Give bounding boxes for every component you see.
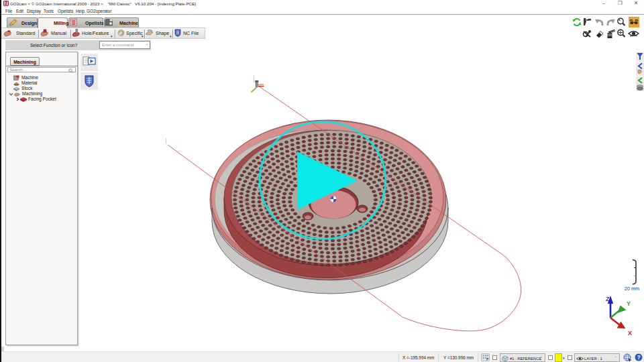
svg-text:?: ?	[637, 354, 641, 361]
svg-text:20 mm: 20 mm	[625, 286, 639, 292]
svg-text:Z: Z	[606, 296, 610, 302]
svg-text:X: X	[628, 330, 632, 337]
svg-text:Y: Y	[627, 300, 631, 307]
